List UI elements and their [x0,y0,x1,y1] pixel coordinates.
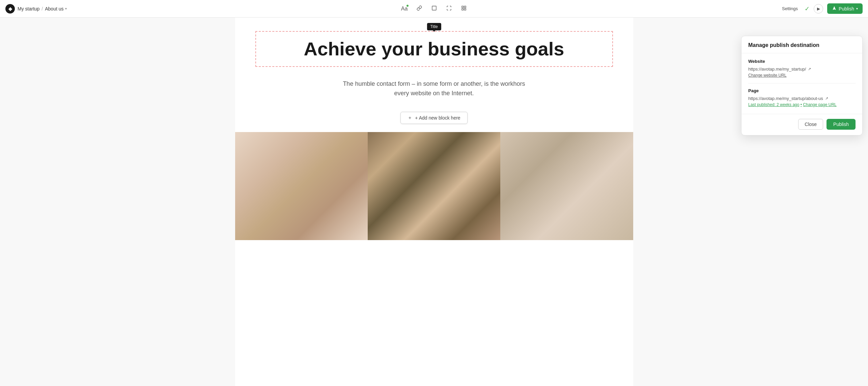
breadcrumb-home[interactable]: My startup [18,6,39,11]
topbar-right: Settings ✓ ▶ Publish ▾ [779,3,863,14]
canvas: Title Achieve your business goals The hu… [0,18,868,386]
svg-rect-1 [462,6,464,8]
last-published-info: Last published: 2 weeks ago • Change pag… [748,102,856,107]
subtitle-section: The humble contact form – in some form o… [235,74,633,104]
plus-icon: ＋ [408,115,412,121]
change-website-url-link[interactable]: Change website URL [748,73,856,78]
publish-button[interactable]: Publish ▾ [827,3,863,14]
title-tooltip: Title [427,23,441,30]
close-button[interactable]: Close [798,119,823,130]
page-subtitle: The humble contact form – in some form o… [255,79,613,99]
website-url: https://avotap.me/my_startup/ [748,67,806,72]
dialog-divider [748,83,856,83]
publish-dialog: Manage publish destination Website https… [741,36,863,135]
page-title: Achieve your business goals [270,38,599,59]
breadcrumb-separator: / [41,6,43,11]
link-tool-button[interactable] [414,3,425,14]
preview-button[interactable]: ▶ [814,4,823,14]
link-icon [417,5,422,12]
font-tool-button[interactable]: Aa [399,3,410,14]
topbar: ◆ My startup / About us ▾ Aa [0,0,868,18]
website-section-label: Website [748,59,856,64]
title-block[interactable]: Achieve your business goals [255,31,613,67]
svg-rect-4 [462,8,464,10]
grid-tool-button[interactable] [458,3,469,14]
page-url: https://avotap.me/my_startup/about-us [748,96,823,101]
svg-rect-2 [464,6,466,8]
topbar-left: ◆ My startup / About us ▾ [5,4,779,14]
box-tool-button[interactable] [429,3,440,14]
image-grid [235,132,633,240]
website-url-row: https://avotap.me/my_startup/ ↗ [748,67,856,72]
publish-icon [832,6,837,11]
breadcrumb: My startup / About us ▾ [18,6,67,11]
brand-logo[interactable]: ◆ [5,4,15,14]
status-check-icon: ✓ [805,5,810,12]
dialog-footer: Close Publish [741,114,862,135]
add-block-button[interactable]: ＋ + Add new block here [400,112,467,124]
expand-tool-button[interactable] [444,3,454,14]
dialog-header: Manage publish destination [741,36,862,53]
play-icon: ▶ [817,6,820,11]
image-cell-3 [500,132,633,240]
dialog-publish-button[interactable]: Publish [827,119,856,130]
publish-caret-icon: ▾ [856,7,858,10]
page-section-label: Page [748,88,856,93]
dialog-body: Website https://avotap.me/my_startup/ ↗ … [741,53,862,114]
svg-rect-0 [432,6,436,10]
tool-badge [407,5,409,7]
external-link-icon[interactable]: ↗ [808,67,811,71]
image-cell-2 [368,132,500,240]
expand-icon [446,5,452,12]
page-external-link-icon[interactable]: ↗ [825,96,828,101]
change-page-url-link[interactable]: Change page URL [803,102,836,107]
topbar-toolbar: Aa [399,3,469,14]
add-block-container: ＋ + Add new block here [235,104,633,132]
page-url-row: https://avotap.me/my_startup/about-us ↗ [748,96,856,101]
settings-button[interactable]: Settings [779,5,801,12]
image-cell-1 [235,132,368,240]
svg-rect-3 [464,8,466,10]
page-content: Title Achieve your business goals The hu… [235,18,633,386]
breadcrumb-current-page[interactable]: About us ▾ [45,6,66,11]
grid-icon [461,5,467,12]
title-section: Title Achieve your business goals [235,18,633,74]
chevron-down-icon: ▾ [65,7,67,10]
box-icon [431,5,437,12]
dialog-title: Manage publish destination [748,42,819,48]
